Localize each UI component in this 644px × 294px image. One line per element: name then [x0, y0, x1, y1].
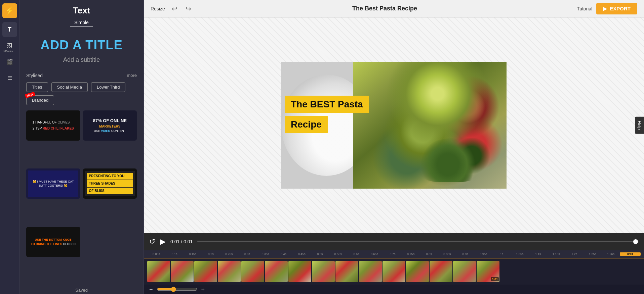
timeline-thumb: [265, 261, 288, 282]
top-bar-left: Resize ↩ ↪: [151, 3, 193, 14]
sidebar-item-subtitles[interactable]: ☰: [2, 70, 17, 85]
progress-bar[interactable]: [197, 241, 639, 242]
zoom-in-button[interactable]: +: [201, 286, 205, 293]
ruler-mark: 0.65s: [365, 252, 384, 256]
ruler-mark: 0.75s: [402, 252, 420, 256]
top-bar-right: Tutorial ▶ EXPORT: [577, 3, 637, 14]
ruler-mark-active: 0:01: [620, 252, 641, 256]
ruler-mark: 0.4s: [275, 252, 293, 256]
ruler-marks: 0.05s 0.1s 0.15s 0.2s 0.25s 0.3s 0.35s 0…: [147, 252, 641, 256]
export-play-icon: ▶: [603, 6, 607, 12]
canvas-area: The BEST Pasta Recipe Help: [144, 17, 644, 233]
ruler-mark: 0.55s: [329, 252, 347, 256]
templates-grid: 1 HANDFUL OF OLIVES 2 TSP RED CHILI FLAK…: [19, 108, 144, 285]
resize-button[interactable]: Resize: [151, 6, 165, 11]
zoom-slider[interactable]: [157, 287, 197, 292]
timeline-thumb: [406, 261, 429, 282]
timeline-thumb: [453, 261, 476, 282]
filter-social-media[interactable]: Social Media: [51, 82, 88, 92]
timeline-thumb: [194, 261, 217, 282]
template-bottom-knob[interactable]: USE THE BOTTOM KNOB TO BRING THE LINES C…: [26, 227, 80, 257]
export-label: EXPORT: [610, 6, 631, 11]
ruler-mark: 1.26s: [602, 252, 620, 256]
ruler-mark: 0.25s: [220, 252, 238, 256]
ruler-mark: 1.1s: [529, 252, 547, 256]
time-display: 0:01 / 0:01: [170, 239, 193, 244]
timeline-thumb: [171, 261, 194, 282]
ruler-mark: 0.2s: [202, 252, 220, 256]
template-cat[interactable]: 🐱 I MUST HAVE THESE CAT BUTT COSTERS! 🐱: [26, 168, 80, 199]
panel-tabs: Simple: [19, 18, 144, 30]
ruler-mark: 1.25s: [583, 252, 602, 256]
timeline-area: 0.05s 0.1s 0.15s 0.2s 0.25s 0.3s 0.35s 0…: [144, 250, 644, 294]
canvas-video: The BEST Pasta Recipe: [281, 62, 507, 189]
add-subtitle-text[interactable]: Add a subtitle: [19, 55, 144, 70]
tutorial-button[interactable]: Tutorial: [577, 6, 592, 11]
tab-simple[interactable]: Simple: [70, 18, 93, 27]
sidebar-item-transitions[interactable]: 🎬: [2, 54, 17, 69]
time-separator: /: [181, 239, 184, 244]
ruler-mark: 0.6s: [347, 252, 365, 256]
filter-titles[interactable]: Titles: [26, 82, 48, 92]
undo-button[interactable]: ↩: [170, 3, 179, 14]
ruler-mark: 1.2s: [565, 252, 583, 256]
timeline-thumb: 0:01: [477, 261, 499, 282]
timeline-tracks[interactable]: 0:01: [144, 258, 644, 285]
timeline-thumb: [383, 261, 405, 282]
stylised-label: Stylised: [26, 73, 43, 78]
add-title-text[interactable]: ADD A TITLE: [19, 30, 144, 55]
timeline-thumb: [147, 261, 170, 282]
top-bar: Resize ↩ ↪ The Best Pasta Recipe Tutoria…: [144, 0, 644, 17]
template-stat[interactable]: 87% OF ONLINE MARKETERS USE VIDEO CONTEN…: [83, 110, 137, 141]
time-current: 0:01: [170, 239, 179, 244]
timeline-thumb: [241, 261, 264, 282]
stylised-row: Stylised more: [19, 70, 144, 81]
ruler-mark: 0.9s: [456, 252, 474, 256]
video-controls: ↺ ▶ 0:01 / 0:01: [144, 233, 644, 250]
more-link[interactable]: more: [127, 73, 137, 78]
ruler-mark: 0.45s: [293, 252, 311, 256]
template-presenting[interactable]: PRESENTING TO YOU THREE SHADES OF BLISS: [83, 168, 137, 199]
timeline-thumb: [288, 261, 311, 282]
logo-icon[interactable]: ⚡: [2, 3, 17, 18]
ruler-mark: 0.85s: [438, 252, 456, 256]
ruler-mark: 0.05s: [147, 252, 165, 256]
timeline-thumb: [359, 261, 382, 282]
zoom-out-button[interactable]: −: [149, 286, 153, 293]
redo-button[interactable]: ↪: [184, 3, 193, 14]
sidebar-item-images[interactable]: 🖼 IMAGES: [2, 38, 17, 53]
ruler-mark: 0.3s: [238, 252, 256, 256]
export-button[interactable]: ▶ EXPORT: [596, 3, 637, 14]
time-total: 0:01: [184, 239, 193, 244]
timeline-thumb: [218, 261, 241, 282]
template-recipe-list[interactable]: 1 HANDFUL OF OLIVES 2 TSP RED CHILI FLAK…: [26, 110, 80, 141]
ruler-mark: 0.7s: [384, 252, 402, 256]
help-button[interactable]: Help: [635, 117, 644, 134]
timeline-thumb: [335, 261, 358, 282]
play-button[interactable]: ▶: [160, 237, 166, 246]
canvas-text-overlay: The BEST Pasta Recipe: [285, 96, 369, 133]
panel-title: Text: [19, 0, 144, 18]
ruler-mark: 0.15s: [184, 252, 202, 256]
sidebar-icons: ⚡ T 🖼 IMAGES 🎬 ☰: [0, 0, 19, 294]
timeline-controls: − +: [144, 285, 644, 294]
ruler-mark: 0.5s: [311, 252, 329, 256]
sidebar-item-text[interactable]: T: [2, 22, 17, 37]
timeline-thumb: [430, 261, 452, 282]
restart-button[interactable]: ↺: [149, 237, 155, 246]
ruler-mark: 1.05s: [511, 252, 529, 256]
ruler-mark: 0.8s: [420, 252, 438, 256]
ruler-mark: 1s: [492, 252, 511, 256]
filter-branded[interactable]: NEW Branded: [26, 95, 54, 105]
progress-knob[interactable]: [633, 239, 639, 245]
timeline-ruler: 0.05s 0.1s 0.15s 0.2s 0.25s 0.3s 0.35s 0…: [144, 250, 644, 258]
ruler-mark: 0.95s: [474, 252, 492, 256]
canvas-title-line1[interactable]: The BEST Pasta: [285, 96, 369, 113]
project-title: The Best Pasta Recipe: [193, 5, 577, 12]
canvas-title-line2[interactable]: Recipe: [285, 116, 328, 133]
ruler-mark: 0.1s: [165, 252, 184, 256]
saved-label: Saved: [19, 285, 144, 294]
timeline-thumb: [312, 261, 335, 282]
filter-lower-third[interactable]: Lower Third: [91, 82, 125, 92]
main-content: Resize ↩ ↪ The Best Pasta Recipe Tutoria…: [144, 0, 644, 294]
